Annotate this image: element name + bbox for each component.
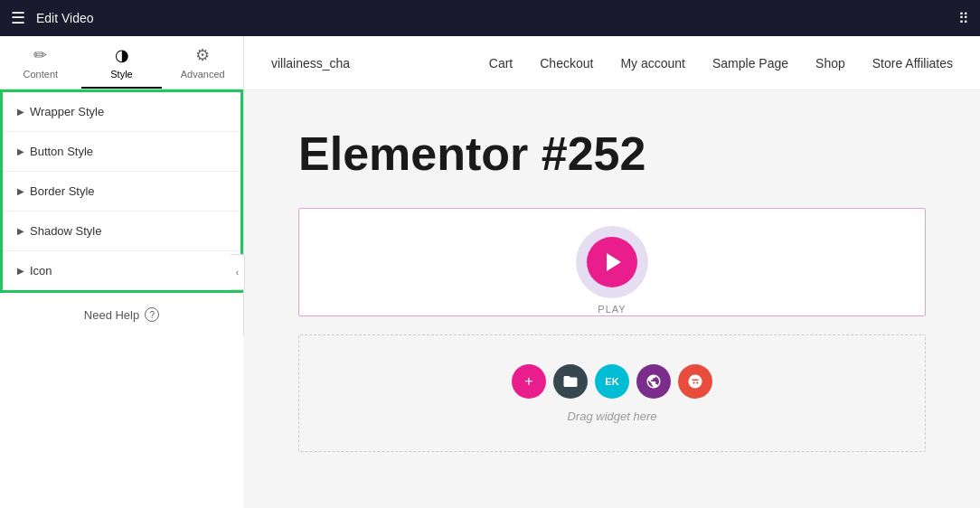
tab-advanced[interactable]: ⚙ Advanced <box>162 36 243 89</box>
collapse-arrow-icon: ‹ <box>236 268 239 278</box>
section-icon[interactable]: ▶ Icon <box>3 251 240 290</box>
arrow-icon: ▶ <box>17 107 24 117</box>
site-nav: villainess_cha Cart Checkout My account … <box>244 36 980 90</box>
video-widget[interactable]: PLAY <box>298 208 926 316</box>
nav-link-store-affiliates[interactable]: Store Affiliates <box>872 56 953 71</box>
folder-widget-button[interactable] <box>553 364 588 399</box>
tab-style[interactable]: ◑ Style <box>81 36 163 89</box>
add-widget-button[interactable]: + <box>512 364 546 399</box>
play-triangle-icon <box>607 253 621 271</box>
arrow-icon: ▶ <box>17 266 24 276</box>
section-wrapper-style[interactable]: ▶ Wrapper Style <box>3 92 240 132</box>
top-bar-left: ☰ Edit Video <box>11 8 94 28</box>
nav-link-shop[interactable]: Shop <box>815 56 845 71</box>
advanced-tab-icon: ⚙ <box>195 45 210 65</box>
canvas-area: villainess_cha Cart Checkout My account … <box>244 36 980 508</box>
collapse-handle[interactable]: ‹ <box>231 254 245 290</box>
play-button-outer <box>576 226 648 298</box>
play-button-inner[interactable] <box>587 237 637 287</box>
section-shadow-style-label: Shadow Style <box>30 224 102 238</box>
play-label: PLAY <box>598 304 626 315</box>
section-border-style[interactable]: ▶ Border Style <box>3 172 240 212</box>
nav-link-checkout[interactable]: Checkout <box>540 56 593 71</box>
need-help-label: Need Help <box>84 308 139 322</box>
help-circle-icon: ? <box>145 307 159 322</box>
arrow-icon: ▶ <box>17 186 24 196</box>
panel-content: ▶ Wrapper Style ▶ Button Style ▶ Border … <box>0 89 243 293</box>
globe-widget-button[interactable] <box>636 364 671 399</box>
content-tab-icon: ✏ <box>33 45 47 65</box>
site-logo: villainess_cha <box>271 56 350 71</box>
section-shadow-style[interactable]: ▶ Shadow Style <box>3 212 240 251</box>
grid-icon[interactable]: ⠿ <box>958 10 969 27</box>
globe-icon <box>645 373 662 390</box>
tab-advanced-label: Advanced <box>181 69 225 80</box>
tab-content[interactable]: ✏ Content <box>0 36 81 89</box>
tab-content-label: Content <box>24 69 59 80</box>
left-panel: ✏ Content ◑ Style ⚙ Advanced ▶ Wrapper S… <box>0 36 244 336</box>
arrow-icon: ▶ <box>17 226 24 236</box>
left-panel-wrapper: ✏ Content ◑ Style ⚙ Advanced ▶ Wrapper S… <box>0 36 244 508</box>
section-wrapper-style-label: Wrapper Style <box>30 105 104 118</box>
empty-widget-area: + EK <box>298 334 926 452</box>
widget-buttons: + EK <box>512 364 712 399</box>
need-help[interactable]: Need Help ? <box>0 293 243 336</box>
drag-widget-label: Drag widget here <box>568 409 657 423</box>
nav-link-sample-page[interactable]: Sample Page <box>712 56 788 71</box>
section-button-style[interactable]: ▶ Button Style <box>3 132 240 172</box>
emoji-widget-button[interactable] <box>678 364 712 399</box>
folder-icon <box>562 373 579 390</box>
nav-link-my-account[interactable]: My account <box>620 56 685 71</box>
main-area: ✏ Content ◑ Style ⚙ Advanced ▶ Wrapper S… <box>0 36 980 508</box>
nav-link-cart[interactable]: Cart <box>489 56 513 71</box>
edit-video-title: Edit Video <box>36 11 94 25</box>
top-bar: ☰ Edit Video ⠿ <box>0 0 980 36</box>
arrow-icon: ▶ <box>17 146 24 156</box>
section-border-style-label: Border Style <box>30 184 95 198</box>
play-button-container: PLAY <box>576 226 648 298</box>
hamburger-icon[interactable]: ☰ <box>11 8 25 28</box>
section-button-style-label: Button Style <box>30 145 93 158</box>
section-icon-label: Icon <box>30 264 52 278</box>
tab-style-label: Style <box>110 69 132 80</box>
tabs-row: ✏ Content ◑ Style ⚙ Advanced <box>0 36 243 89</box>
ek-widget-button[interactable]: EK <box>595 364 629 399</box>
page-title: Elementor #252 <box>298 127 926 181</box>
style-tab-icon: ◑ <box>115 45 129 65</box>
smiley-icon <box>687 373 703 390</box>
canvas-content: Elementor #252 PLAY + <box>244 90 980 488</box>
